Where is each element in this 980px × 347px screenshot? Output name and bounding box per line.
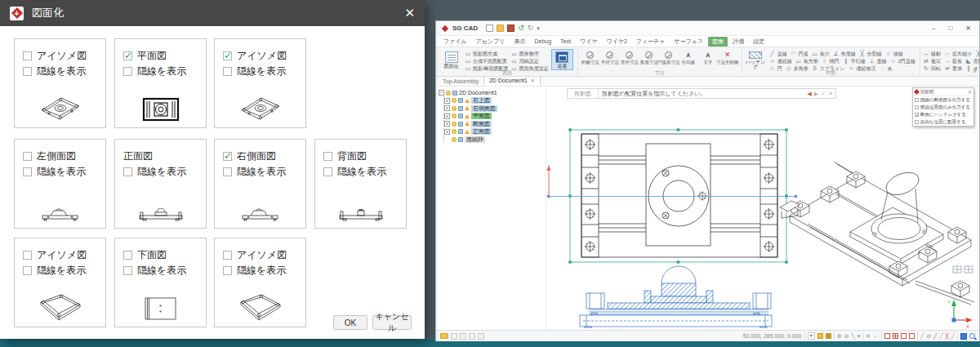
document-tab-2D Document1[interactable]: 2D Document1✕ (483, 76, 541, 86)
ribbon-item-2円直線[interactable]: ○2円直線 (890, 58, 915, 65)
visibility-bulb-icon[interactable] (452, 98, 457, 103)
expand-icon[interactable]: + (444, 98, 450, 104)
ribbon-item-円弧長寸法[interactable]: 円弧長寸法 (659, 50, 679, 70)
hidden-line-checkbox[interactable] (223, 67, 232, 76)
ribbon-item-引出線[interactable]: A引出線 (679, 50, 698, 70)
viewport-left-icon[interactable] (901, 333, 906, 339)
step-back-icon[interactable]: ← (873, 332, 879, 340)
hidden-line-checkbox[interactable] (223, 167, 232, 176)
ribbon-item-長穴[interactable]: ▭長穴 (812, 51, 830, 57)
tab-設定[interactable]: 設定 (749, 37, 768, 47)
ribbon-item-直径寸法[interactable]: 直径寸法 (620, 50, 639, 70)
tree-item-正面図[interactable]: +正面図 (444, 128, 546, 136)
visibility-bulb-icon[interactable] (452, 113, 457, 118)
expand-icon[interactable]: + (444, 113, 450, 119)
visibility-bulb-icon[interactable] (452, 122, 457, 127)
tab-表示[interactable]: 表示 (510, 37, 529, 47)
expand-icon[interactable]: + (444, 121, 450, 127)
undo-icon[interactable]: ↺ (518, 24, 524, 32)
ribbon-item-投影図生成[interactable]: ▭投影図生成 (465, 51, 509, 57)
close-tab-icon[interactable]: ✕ (531, 78, 535, 84)
zoom-tool-icon[interactable] (969, 333, 975, 339)
hidden-line-checkbox[interactable] (223, 266, 232, 275)
visibility-bulb-icon[interactable] (446, 91, 451, 96)
viewport-single-icon[interactable] (884, 333, 890, 339)
tree-item-断面図[interactable]: +断面図 (444, 120, 546, 128)
drawing-canvas[interactable]: Y X 投影図 投影図の配置位置を指示してください。 ◀ ▶ ✓ ✕ (546, 87, 979, 330)
linetype-thin-icon[interactable]: ╱ (939, 333, 942, 340)
prompt-cancel-icon[interactable]: ✕ (828, 91, 833, 97)
panel-toggle-icon-2[interactable] (460, 333, 466, 340)
visibility-bulb-icon[interactable] (452, 137, 457, 142)
ribbon-button-ハッチング[interactable]: ハッチング (745, 49, 767, 70)
ribbon-item-文字[interactable]: A文字 (698, 50, 718, 70)
sheet-grid-icons[interactable] (953, 266, 973, 273)
tab-Text[interactable]: Text (556, 37, 575, 47)
viewport-quad-icon[interactable] (893, 333, 898, 339)
maximize-button[interactable]: □ (948, 24, 952, 32)
hidden-line-checkbox[interactable] (123, 266, 132, 275)
ribbon-item-半径寸法[interactable]: 半径寸法 (600, 50, 620, 70)
tab-アセンブリ[interactable]: アセンブリ (472, 37, 510, 47)
new-file-icon[interactable] (486, 24, 493, 32)
visibility-bulb-icon[interactable] (452, 129, 457, 134)
panel-close-icon[interactable]: ✕ (968, 89, 972, 95)
snap-center-icon[interactable]: ⊕ (837, 332, 842, 340)
ribbon-item-長方形[interactable]: ▭長方形 (795, 58, 818, 65)
view-checkbox[interactable] (123, 51, 132, 60)
ribbon-button-退避[interactable]: 退避 (551, 49, 573, 70)
dialog-title-bar[interactable]: 図面化 ✕ (0, 0, 425, 26)
ribbon-item-トリミング[interactable]: ╳トリミング (975, 51, 980, 57)
ribbon-item-楕円[interactable]: ○楕円 (822, 58, 840, 65)
tree-item-右上図[interactable]: +右上図 (444, 97, 546, 105)
snap-quadrant-icon[interactable]: ⊘ (844, 332, 849, 340)
hidden-line-checkbox[interactable] (123, 67, 132, 76)
tab-フィーチャ[interactable]: フィーチャ (632, 37, 670, 47)
ribbon-item-角度線[interactable]: ∠角度線 (833, 51, 856, 57)
ribbon-item-用紙設定[interactable]: ▭用紙設定 (511, 58, 549, 65)
view-checkbox[interactable] (223, 51, 232, 60)
hidden-line-checkbox[interactable] (323, 167, 332, 176)
close-button[interactable]: ✕ (965, 24, 971, 32)
front-section-view[interactable] (580, 266, 772, 328)
prompt-confirm-icon[interactable]: ✓ (821, 91, 826, 97)
view-checkbox[interactable] (123, 251, 132, 260)
ok-button[interactable]: OK (333, 315, 368, 330)
ribbon-item-角度寸法[interactable]: 角度寸法 (639, 50, 659, 70)
option-部品位置図のみ出力する[interactable]: 部品位置図のみ出力する (913, 104, 973, 111)
prompt-forward-icon[interactable]: ▶ (814, 91, 818, 97)
expand-icon[interactable]: + (444, 129, 450, 135)
cancel-button[interactable]: キャンセル (372, 315, 412, 330)
option-自由な位置に配置する[interactable]: 自由な位置に配置する (913, 118, 973, 126)
save-icon[interactable] (507, 24, 514, 32)
tab-評価[interactable]: 評価 (728, 37, 748, 47)
linetype-cross-icon[interactable]: ╳ (946, 333, 949, 340)
tab-サーフェス[interactable]: サーフェス (670, 37, 708, 47)
ribbon-item-面取り[interactable]: ◣面取り (965, 58, 980, 65)
tree-item-平面図[interactable]: +平面図 (444, 113, 546, 121)
tab-ワイヤ[interactable]: ワイヤ (576, 37, 602, 47)
view-checkbox[interactable] (223, 251, 232, 260)
folder-icon[interactable] (440, 333, 448, 339)
ribbon-item-合成平面図配置[interactable]: ▭合成平面図配置 (465, 58, 509, 65)
linetype-center-icon[interactable]: ╱ (951, 333, 955, 340)
open-file-icon[interactable] (497, 24, 504, 32)
tab-図面[interactable]: 図面 (708, 37, 728, 47)
linetype-circle-icon[interactable]: ⊘ (926, 333, 931, 340)
ribbon-item-分割線[interactable]: ╳分割線 (859, 51, 882, 57)
tab-ワイヤ2[interactable]: ワイヤ2 (602, 37, 630, 47)
document-tab-Top-Assembly[interactable]: Top-Assembly (438, 78, 483, 86)
dialog-close-icon[interactable]: ✕ (404, 6, 415, 20)
hidden-line-checkbox[interactable] (123, 167, 132, 176)
checkbox[interactable] (915, 113, 919, 117)
tree-item-用紙枠[interactable]: 用紙枠 (444, 136, 546, 144)
view-checkbox[interactable] (323, 152, 332, 161)
view-checkbox[interactable] (23, 51, 32, 60)
linetype-solid-icon[interactable]: ╱ (920, 333, 924, 340)
hidden-line-checkbox[interactable] (23, 167, 32, 176)
hidden-line-checkbox[interactable] (23, 266, 32, 275)
linetype-dashed-icon[interactable]: ╱ (933, 333, 937, 340)
option-断面にハッチングする[interactable]: 断面にハッチングする (913, 111, 973, 118)
snap-nearest-icon[interactable]: ╲ (851, 332, 854, 340)
tab-Debug[interactable]: Debug (530, 37, 555, 47)
